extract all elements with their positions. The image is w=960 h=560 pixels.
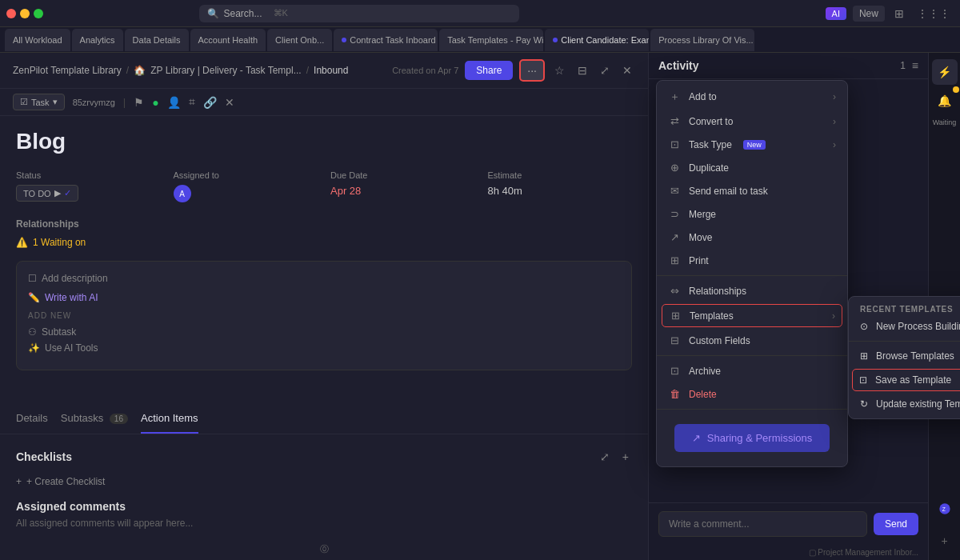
update-icon: ↻	[860, 398, 868, 410]
ai-pen-icon: ✏️	[28, 292, 40, 303]
relationships-icon: ⇔	[668, 285, 681, 297]
share-button[interactable]: Share	[465, 61, 513, 80]
custom-fields-item[interactable]: ⊟ Custom Fields	[657, 329, 847, 352]
due-date-field: Due Date Apr 28	[330, 170, 475, 202]
tab-subtasks[interactable]: Subtasks 16	[61, 412, 128, 434]
tag-icon[interactable]: ⌗	[189, 95, 195, 109]
waiting-dot	[953, 86, 959, 93]
help-icon[interactable]: ⓪	[320, 543, 329, 555]
ai-button[interactable]: AI	[826, 7, 846, 20]
browser-search-bar[interactable]: 🔍 Search... ⌘K	[199, 5, 519, 22]
star-icon[interactable]: ☆	[551, 61, 568, 80]
task-title: Blog	[16, 129, 632, 154]
maximize-dot[interactable]	[34, 9, 43, 18]
tab-analytics[interactable]: Analytics	[72, 29, 123, 51]
update-template-item[interactable]: ↻ Update existing Template	[849, 393, 960, 415]
tab-client-onb[interactable]: Client Onb...	[267, 29, 332, 51]
browse-templates-item[interactable]: ⊞ Browse Templates	[849, 345, 960, 367]
tab-label: All Workload	[13, 35, 62, 45]
status-badge[interactable]: TO DO ▶ ✓	[16, 185, 78, 202]
add-checklist-icon[interactable]: +	[619, 447, 632, 466]
task-type-label: Task Type	[689, 139, 732, 150]
save-as-label: Save as Template	[875, 374, 951, 386]
breadcrumb-mid[interactable]: ZP Library | Delivery - Task Templ...	[150, 65, 302, 76]
merge-icon: ⊃	[668, 208, 681, 220]
relationships-item[interactable]: ⇔ Relationships	[657, 279, 847, 302]
new-button[interactable]: New	[853, 6, 885, 22]
status-value: TO DO	[23, 189, 51, 198]
convert-to-item[interactable]: ⇄ Convert to ›	[657, 110, 847, 133]
tab-details[interactable]: Details	[16, 412, 48, 434]
duplicate-item[interactable]: ⊕ Duplicate	[657, 156, 847, 179]
write-ai-item[interactable]: ✏️ Write with AI	[28, 292, 620, 303]
checklists-title: Checklists	[16, 450, 72, 463]
more-options-button[interactable]: ···	[519, 59, 545, 82]
relationships-label: Relationships	[689, 286, 746, 297]
extensions-icon[interactable]: ⊞	[891, 4, 907, 23]
sidebar-activity-icon[interactable]: ⚡	[932, 59, 958, 85]
task-id[interactable]: 85zrvymzg	[73, 98, 115, 107]
tab-all-workload[interactable]: All Workload	[5, 29, 70, 51]
close-icon[interactable]: ✕	[619, 61, 635, 80]
search-text: Search...	[224, 8, 262, 19]
filter-icon[interactable]: ≡	[912, 59, 918, 72]
task-type-badge[interactable]: ☑ Task ▾	[13, 94, 65, 110]
sidebar-zoom-icon[interactable]: Z	[932, 496, 958, 522]
assigned-comments-section: Assigned comments All assigned comments …	[0, 500, 648, 538]
task-type-item[interactable]: ⊡ Task Type New ›	[657, 133, 847, 156]
add-to-item[interactable]: ＋ Add to ›	[657, 84, 847, 110]
convert-to-label: Convert to	[689, 116, 733, 127]
expand-icon[interactable]: ⤢	[597, 61, 613, 80]
status-dot-icon[interactable]: ●	[152, 96, 158, 109]
estimate-field: Estimate 8h 40m	[488, 170, 633, 202]
header-bar: ZenPilot Template Library / 🏠 ZP Library…	[0, 53, 648, 89]
delete-item[interactable]: 🗑 Delete	[657, 382, 847, 406]
assignee-icon[interactable]: 👤	[167, 96, 181, 109]
tab-process-library[interactable]: Process Library Of Vis...	[650, 29, 754, 51]
ai-tools-icon: ✨	[28, 342, 40, 354]
due-value[interactable]: Apr 28	[330, 185, 475, 197]
flag-icon[interactable]: ⚑	[134, 96, 144, 109]
task-type-icon: ⊡	[668, 138, 681, 150]
comment-input[interactable]	[658, 511, 867, 537]
merge-item[interactable]: ⊃ Merge	[657, 202, 847, 226]
send-button[interactable]: Send	[874, 513, 918, 535]
sidebar-add-icon[interactable]: +	[932, 528, 958, 554]
sharing-permissions-button[interactable]: ↗ Sharing & Permissions	[674, 424, 830, 452]
tab-task-templates[interactable]: Task Templates - Pay With...	[439, 29, 543, 51]
tab-account-health[interactable]: Account Health	[190, 29, 266, 51]
attachment-icon[interactable]: 🔗	[203, 96, 217, 109]
waiting-badge[interactable]: ⚠️ 1 Waiting on	[16, 237, 86, 248]
add-description-item[interactable]: ☐ Add description	[28, 273, 620, 284]
new-process-item[interactable]: ⊙ New Process Building	[849, 315, 960, 338]
sidebar-bell-icon[interactable]: 🔔	[932, 88, 958, 114]
assignee-avatar[interactable]: A	[174, 185, 191, 202]
move-item[interactable]: ↗ Move	[657, 226, 847, 249]
close-dot[interactable]	[6, 9, 16, 18]
create-checklist-item[interactable]: + + Create Checklist	[16, 476, 632, 487]
breadcrumb-root[interactable]: ZenPilot Template Library	[13, 65, 122, 76]
print-icon: ⊞	[668, 254, 681, 266]
move-label: Move	[689, 232, 712, 243]
tab-contract[interactable]: Contract Task Inboard	[334, 29, 438, 51]
minimize-dot[interactable]	[20, 9, 30, 18]
browser-menu-icon[interactable]: ⋮⋮⋮	[914, 4, 954, 23]
expand-checklist-icon[interactable]: ⤢	[597, 447, 613, 466]
tab-client-candidate[interactable]: Client Candidate: Example Te...	[545, 29, 649, 51]
sep-3	[657, 409, 847, 410]
delete-icon: 🗑	[668, 388, 681, 400]
templates-item[interactable]: ⊞ Templates ›	[662, 304, 842, 327]
estimate-value[interactable]: 8h 40m	[488, 185, 633, 197]
tab-action-items[interactable]: Action Items	[141, 412, 198, 434]
print-item[interactable]: ⊞ Print	[657, 249, 847, 272]
archive-item[interactable]: ⊡ Archive	[657, 359, 847, 382]
send-email-item[interactable]: ✉ Send email to task	[657, 179, 847, 202]
more-meta-icon[interactable]: ✕	[225, 96, 234, 109]
breadcrumb: ZenPilot Template Library / 🏠 ZP Library…	[13, 65, 386, 76]
checklists-section: Checklists ⤢ + + + Create Checklist	[0, 434, 648, 500]
save-as-template-item[interactable]: ⊡ Save as Template	[852, 369, 960, 391]
tab-data-details[interactable]: Data Details	[125, 29, 189, 51]
ai-tools-item[interactable]: ✨ Use AI Tools	[28, 342, 620, 354]
subtask-item[interactable]: ⚇ Subtask	[28, 326, 620, 338]
sidebar-toggle-icon[interactable]: ⊟	[574, 61, 590, 80]
